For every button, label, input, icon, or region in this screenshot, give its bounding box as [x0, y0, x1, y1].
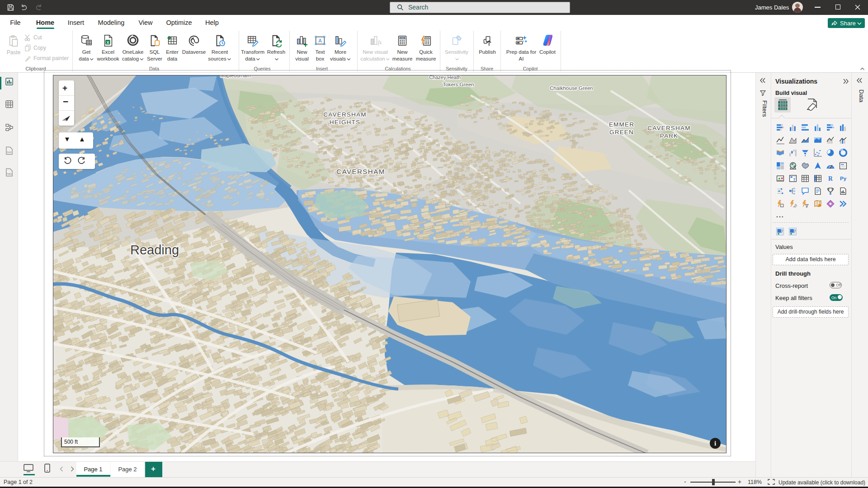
svg-text:fx: fx: [378, 39, 382, 46]
svg-text:Mapledurham: Mapledurham: [220, 75, 250, 78]
svg-text:i: i: [714, 440, 716, 447]
svg-text:R: R: [828, 175, 833, 182]
svg-text:CAVERSHAM: CAVERSHAM: [336, 168, 385, 175]
svg-text:A: A: [318, 38, 322, 43]
svg-text:Tokers Green: Tokers Green: [443, 82, 474, 87]
svg-text:GREEN: GREEN: [609, 129, 634, 136]
svg-text:DAX: DAX: [7, 151, 12, 154]
svg-text:HEIGHTS: HEIGHTS: [330, 119, 360, 126]
svg-text:X: X: [107, 40, 109, 45]
svg-text:Chazey Heath: Chazey Heath: [429, 75, 461, 80]
svg-text:A: A: [794, 203, 797, 207]
svg-text:Chalkhouse Green: Chalkhouse Green: [550, 85, 593, 91]
svg-text:CAVERSHAM: CAVERSHAM: [647, 125, 690, 131]
svg-text:Py: Py: [840, 175, 847, 181]
svg-text:EMMER: EMMER: [609, 121, 634, 128]
svg-text:CAVERSHAM: CAVERSHAM: [323, 111, 366, 118]
svg-text:Reading: Reading: [130, 243, 179, 257]
svg-text:PARK: PARK: [660, 132, 679, 139]
svg-text:TMDL: TMDL: [6, 173, 12, 175]
